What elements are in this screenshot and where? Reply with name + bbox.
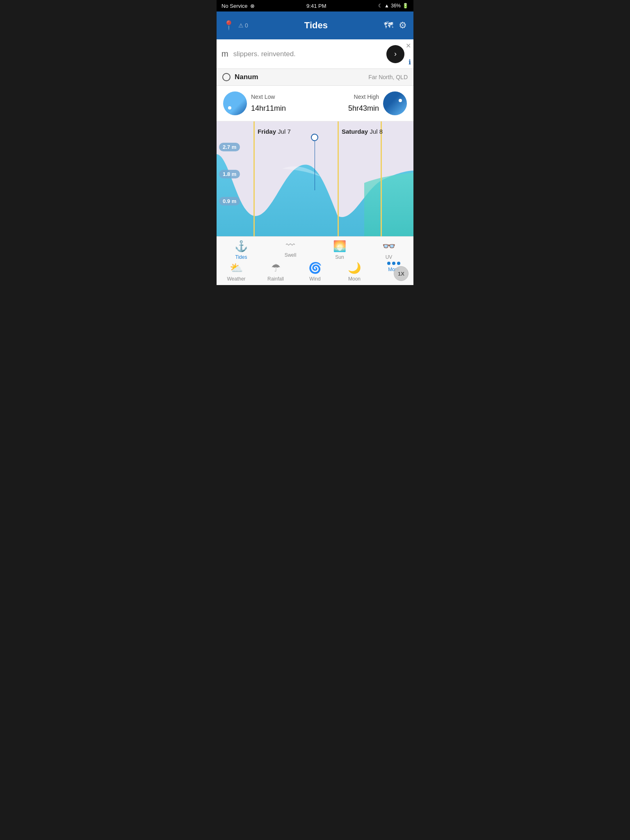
location-bar[interactable]: Nanum Far North, QLD <box>217 69 413 86</box>
swell-icon: 〰 <box>286 240 295 251</box>
location-name: Nanum <box>235 73 258 81</box>
location-circle-icon <box>222 73 231 81</box>
anchor-icon: ⚓ <box>235 240 248 253</box>
next-high-hr: 5 <box>348 104 352 112</box>
zoom-button[interactable]: 1X <box>394 266 409 281</box>
status-left: No Service ⊗ <box>221 3 255 9</box>
weather-icon: ⛅ <box>230 262 243 274</box>
vline-2 <box>338 121 339 236</box>
time-indicator <box>311 134 318 190</box>
battery-icon: 🔋 <box>402 3 409 9</box>
time-label: 9:41 PM <box>306 3 326 9</box>
next-low-hr: 14 <box>251 104 259 112</box>
dot-2 <box>392 262 395 265</box>
nav-row-2: ⛅ Weather ☂ Rainfall 🌀 Wind 🌙 Moon <box>217 262 413 282</box>
saturday-date: Jul 8 <box>370 128 383 135</box>
app-container: No Service ⊗ 9:41 PM ☾ ▲ 36% 🔋 📍 ⚠ 0 Tid… <box>217 0 413 285</box>
time-line <box>315 141 315 190</box>
rainfall-icon: ☂ <box>271 262 281 274</box>
scale-2-7: 2.7 m <box>219 143 240 151</box>
ad-logo-icon: m <box>221 49 228 59</box>
header-right: 🗺 ⚙ <box>384 20 407 31</box>
warning-count: 0 <box>245 22 248 29</box>
location-icon-small: ▲ <box>384 3 389 9</box>
next-low-min-unit: min <box>274 104 286 112</box>
moon-label: Moon <box>348 276 361 282</box>
warning-icon: ⚠ <box>238 22 244 29</box>
low-tide-moon-icon <box>223 91 247 115</box>
battery-label: 36% <box>391 3 401 9</box>
nav-tides[interactable]: ⚓ Tides <box>217 240 266 260</box>
tide-chart[interactable]: Friday Jul 7 Saturday Jul 8 2.7 m 1.8 m … <box>217 121 413 236</box>
time-circle-icon <box>311 134 318 141</box>
nav-moon[interactable]: 🌙 Moon <box>335 262 374 282</box>
swell-label: Swell <box>285 252 297 258</box>
warning-badge[interactable]: ⚠ 0 <box>238 22 248 29</box>
page-title: Tides <box>248 20 384 31</box>
nav-uv[interactable]: 👓 UV <box>364 240 413 260</box>
location-pin-icon[interactable]: 📍 <box>223 20 234 31</box>
tides-label: Tides <box>235 254 247 260</box>
next-high-value: 5hr43min <box>317 101 379 114</box>
friday-date: Jul 7 <box>278 128 291 135</box>
moon-nav-icon: 🌙 <box>348 262 361 274</box>
dot-3 <box>397 262 400 265</box>
moon-icon: ☾ <box>378 3 383 9</box>
rainfall-label: Rainfall <box>267 276 284 282</box>
nav-swell[interactable]: 〰 Swell <box>266 240 315 260</box>
high-tide-moon-icon <box>383 91 407 115</box>
location-left: Nanum <box>222 73 258 81</box>
nav-weather[interactable]: ⛅ Weather <box>217 262 256 282</box>
saturday-day: Saturday <box>342 128 368 135</box>
carrier-label: No Service <box>221 3 248 9</box>
saturday-label: Saturday Jul 8 <box>342 128 383 135</box>
dot-1 <box>387 262 390 265</box>
bottom-nav: ⚓ Tides 〰 Swell 🌅 Sun 👓 UV ⛅ Weather <box>217 236 413 285</box>
next-low-hr-unit: hr <box>259 104 266 112</box>
status-bar: No Service ⊗ 9:41 PM ☾ ▲ 36% 🔋 <box>217 0 413 11</box>
map-icon[interactable]: 🗺 <box>384 20 393 31</box>
uv-icon: 👓 <box>382 240 395 253</box>
more-dots <box>387 262 400 265</box>
friday-day: Friday <box>258 128 276 135</box>
ad-close-button[interactable]: ✕ <box>406 42 411 50</box>
nav-sun[interactable]: 🌅 Sun <box>315 240 364 260</box>
next-high-min: 43 <box>359 104 367 112</box>
next-high-min-unit: min <box>367 104 379 112</box>
next-low-label: Next Low <box>251 94 313 100</box>
sun-icon: 🌅 <box>333 240 346 253</box>
vline-3 <box>381 121 382 236</box>
nav-row-1: ⚓ Tides 〰 Swell 🌅 Sun 👓 UV <box>217 240 413 260</box>
ad-info-button[interactable]: ℹ <box>409 58 411 66</box>
wind-label: Wind <box>309 276 320 282</box>
next-low-min: 11 <box>266 104 274 112</box>
nav-rainfall[interactable]: ☂ Rainfall <box>256 262 295 282</box>
ad-arrow-button[interactable]: › <box>386 45 404 63</box>
settings-icon[interactable]: ⚙ <box>399 20 407 31</box>
nav-wind[interactable]: 🌀 Wind <box>295 262 335 282</box>
location-region: Far North, QLD <box>368 74 408 80</box>
next-low-value: 14hr11min <box>251 101 313 114</box>
ad-banner: m slippers. reinvented. › ✕ ℹ <box>217 39 413 69</box>
next-high-hr-unit: hr <box>352 104 359 112</box>
next-low-col: Next Low 14hr11min <box>251 94 313 114</box>
next-high-label: Next High <box>317 94 379 100</box>
app-header: 📍 ⚠ 0 Tides 🗺 ⚙ <box>217 11 413 39</box>
signal-icon: ⊗ <box>250 3 255 9</box>
sun-label: Sun <box>335 254 344 260</box>
vline-1 <box>253 121 255 236</box>
status-right: ☾ ▲ 36% 🔋 <box>378 3 409 9</box>
uv-label: UV <box>386 254 393 260</box>
weather-label: Weather <box>227 276 245 282</box>
wind-icon: 🌀 <box>308 262 322 274</box>
scale-0-9: 0.9 m <box>219 197 240 205</box>
scale-1-8: 1.8 m <box>219 170 240 178</box>
next-high-col: Next High 5hr43min <box>317 94 379 114</box>
zoom-label: 1X <box>398 271 404 277</box>
tide-info-panel: Next Low 14hr11min Next High 5hr43min <box>217 86 413 121</box>
friday-label: Friday Jul 7 <box>258 128 291 135</box>
ad-text: slippers. reinvented. <box>233 50 386 58</box>
header-left: 📍 ⚠ 0 <box>223 20 248 31</box>
